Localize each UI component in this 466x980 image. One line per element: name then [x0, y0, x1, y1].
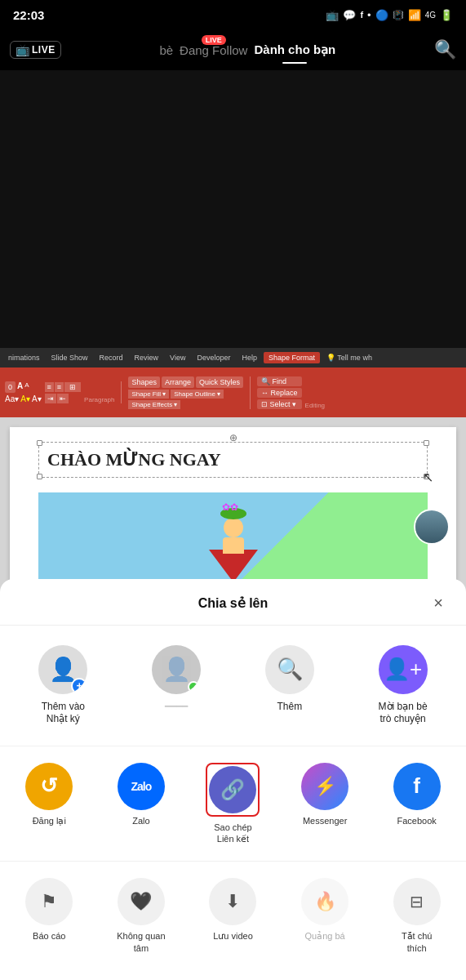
app-item-facebook[interactable]: f Facebook: [371, 756, 463, 852]
tab-tell-me[interactable]: 💡 Tell me wh: [322, 352, 377, 363]
figure-flowers: ✿✿: [222, 501, 238, 513]
person-icon: 👤: [49, 656, 78, 683]
not-interested-circle: 🖤: [118, 878, 165, 925]
report-label: Báo cáo: [33, 930, 65, 942]
ribbon-tabs: nimations Slide Show Record Review View …: [0, 348, 466, 368]
contact2-avatar: 👤: [152, 645, 201, 694]
tab-record[interactable]: Record: [95, 352, 128, 363]
search-circle: 🔍: [265, 645, 314, 694]
invite-label: Mời bạn bè trò chuyện: [374, 701, 433, 726]
tab-animations[interactable]: nimations: [3, 352, 45, 363]
dot-icon: •: [367, 9, 371, 21]
shape-outline-btn[interactable]: Shape Outline ▾: [171, 390, 224, 399]
apps-grid: ↺ Đăng lại Zalo Zalo 🔗 Sao chép Liên kết…: [0, 746, 466, 862]
app-item-copy-link[interactable]: 🔗 Sao chép Liên kết: [187, 756, 279, 852]
tab-review[interactable]: Review: [130, 352, 164, 363]
share-item-contact2[interactable]: 👤 ━━━━: [120, 639, 233, 733]
font-size-box[interactable]: 0: [5, 381, 16, 393]
not-interested-label: Không quan tâm: [115, 930, 167, 954]
action-not-interested[interactable]: 🖤 Không quan tâm: [95, 871, 188, 960]
bullet-1[interactable]: ≡: [45, 382, 54, 392]
select-btn[interactable]: ⊡ Select ▾: [257, 399, 302, 409]
handle-tl[interactable]: [37, 440, 42, 446]
replace-btn[interactable]: ↔ Replace: [257, 388, 302, 398]
save-video-circle: ⬇: [209, 878, 256, 925]
tab-developer[interactable]: Developer: [192, 352, 235, 363]
action-report[interactable]: ⚑ Báo cáo: [3, 871, 95, 960]
shape-effects-btn[interactable]: Shape Effects ▾: [128, 400, 180, 409]
find-btn[interactable]: 🔍 Find: [257, 376, 302, 386]
tab-help[interactable]: Help: [237, 352, 262, 363]
app-item-retweet[interactable]: ↺ Đăng lại: [3, 756, 95, 852]
share-item-add-diary[interactable]: 👤 + Thêm vào Nhật ký: [7, 639, 120, 733]
messenger-circle: ⚡: [301, 763, 348, 810]
save-video-label: Lưu video: [213, 930, 253, 942]
tab-view[interactable]: View: [165, 352, 190, 363]
copy-link-label: Sao chép Liên kết: [206, 822, 259, 845]
action-promote[interactable]: 🔥 Quảng bá: [279, 871, 371, 960]
live-badge-nav[interactable]: 📺 LIVE: [10, 41, 61, 59]
bluetooth-icon: 🔵: [375, 9, 388, 21]
copy-link-circle: 🔗: [209, 766, 256, 813]
bullet-2[interactable]: ≡: [55, 382, 64, 392]
bottom-sheet: Chia sẻ lên × 👤 + Thêm vào Nhật ký 👤 ━━━…: [0, 579, 466, 980]
font-color: A▾: [20, 394, 30, 403]
video-area: [0, 70, 466, 348]
tab-shape-format[interactable]: Shape Format: [264, 352, 320, 363]
promote-circle: 🔥: [301, 878, 348, 925]
zalo-label: Zalo: [132, 815, 149, 826]
search-label: Thêm: [277, 701, 303, 714]
close-button[interactable]: ×: [427, 592, 450, 615]
tab-be[interactable]: bè: [159, 43, 173, 57]
status-icons: 📺 💬 f • 🔵 📳 📶 4G 🔋: [326, 9, 453, 21]
search-icon[interactable]: 🔍: [434, 39, 456, 60]
shape-fill-btn[interactable]: Shape Fill ▾: [128, 390, 169, 399]
font-color2: A▾: [32, 394, 42, 403]
top-nav: 📺 LIVE bè LIVE Đang Follow Dành cho bạn …: [0, 29, 466, 70]
handle-bl[interactable]: [37, 474, 42, 479]
ribbon: nimations Slide Show Record Review View …: [0, 348, 466, 417]
app-item-zalo[interactable]: Zalo Zalo: [95, 756, 188, 852]
contact2-label: ━━━━: [165, 701, 188, 714]
sheet-header: Chia sẻ lên ×: [0, 579, 466, 626]
status-bar: 22:03 📺 💬 f • 🔵 📳 📶 4G 🔋: [0, 0, 466, 29]
slide-image: ✿✿: [38, 492, 428, 582]
share-item-invite[interactable]: 👤+ Mời bạn bè trò chuyện: [346, 639, 459, 733]
wifi-icon: 📶: [408, 9, 421, 21]
para-expand[interactable]: ⊞: [64, 382, 81, 392]
nav-tabs: bè LIVE Đang Follow Dành cho bạn: [61, 42, 434, 57]
contacts-grid: 👤 + Thêm vào Nhật ký 👤 ━━━━ 🔍 Thêm 👤+ Mờ…: [0, 626, 466, 746]
captions-label: Tắt chú thích: [391, 930, 443, 954]
action-save-video[interactable]: ⬇ Lưu video: [187, 871, 279, 960]
action-captions[interactable]: ⊟ Tắt chú thích: [371, 871, 463, 960]
paragraph-label: Paragraph: [84, 396, 114, 403]
tab-slideshow[interactable]: Slide Show: [47, 352, 93, 363]
battery-icon: 🔋: [440, 9, 453, 21]
sheet-title: Chia sẻ lên: [198, 595, 269, 611]
tv-icon: 📺: [326, 9, 339, 21]
tab-dang-follow[interactable]: LIVE Đang Follow: [180, 43, 247, 57]
handle-tr[interactable]: [424, 440, 429, 446]
retweet-label: Đăng lại: [33, 815, 66, 826]
share-item-search[interactable]: 🔍 Thêm: [233, 639, 347, 733]
shapes-btn[interactable]: Shapes: [128, 376, 160, 388]
slide-title: CHÀO MỪNG NGAY: [47, 449, 221, 470]
slide-title-box[interactable]: CHÀO MỪNG NGAY: [38, 442, 428, 478]
tab-danh-cho-ban[interactable]: Dành cho bạn: [254, 42, 335, 57]
arrange-btn[interactable]: Arrange: [162, 376, 194, 388]
online-badge: [188, 681, 199, 693]
signal-icon: 4G: [425, 11, 436, 20]
live-pill: LIVE: [202, 35, 226, 45]
app-item-messenger[interactable]: ⚡ Messenger: [279, 756, 371, 852]
quick-styles-btn[interactable]: Quick Styles: [196, 376, 243, 388]
font-a-large: A: [17, 381, 23, 393]
figure-body: [223, 537, 244, 554]
avatar-img: [415, 510, 448, 543]
indent-2[interactable]: ⇤: [57, 394, 69, 403]
slide-canvas: ⊕ CHÀO MỪNG NGAY: [10, 427, 456, 582]
facebook-icon: f: [360, 10, 363, 20]
add-diary-avatar: 👤 +: [38, 645, 87, 694]
status-time: 22:03: [13, 8, 44, 22]
promote-label: Quảng bá: [304, 930, 344, 942]
indent-1[interactable]: ⇥: [45, 394, 56, 403]
